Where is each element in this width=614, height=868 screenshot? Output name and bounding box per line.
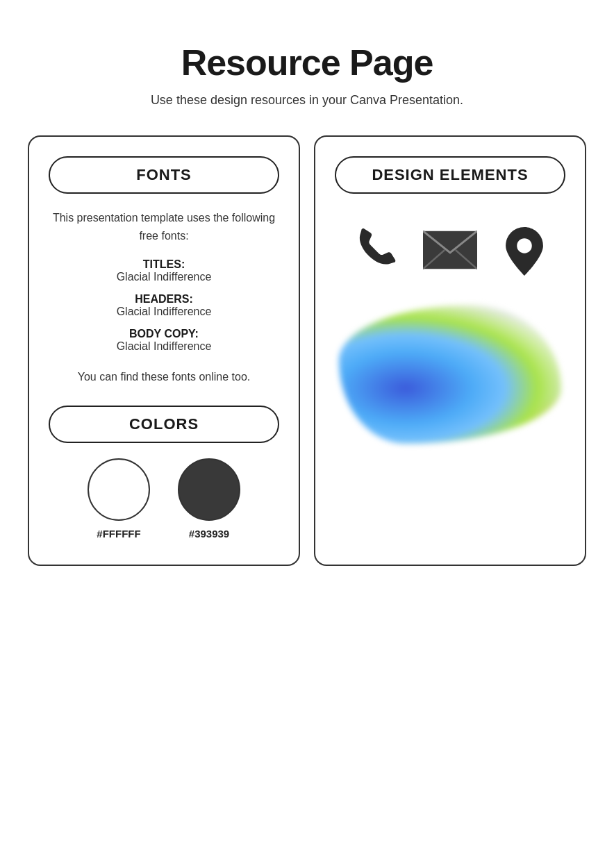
- swatch-white: #FFFFFF: [88, 458, 150, 540]
- font-category-titles: TITLES: Glacial Indifference: [117, 258, 212, 283]
- fonts-card: FONTS This presentation template uses th…: [28, 135, 300, 566]
- phone-icon: [354, 226, 397, 277]
- font-titles-label: TITLES:: [117, 258, 212, 271]
- fonts-intro-text: This presentation template uses the foll…: [49, 209, 279, 244]
- font-headers-name: Glacial Indifference: [117, 306, 212, 318]
- font-category-body: BODY COPY: Glacial Indifference: [117, 328, 212, 353]
- page-subtitle: Use these design resources in your Canva…: [151, 93, 463, 108]
- location-icon: [503, 227, 546, 276]
- swatch-dark-circle: [178, 458, 240, 521]
- fonts-section-label: FONTS: [49, 156, 279, 194]
- design-elements-card: DESIGN ELEMENTS: [314, 135, 586, 566]
- fonts-find-text: You can find these fonts online too.: [78, 368, 250, 386]
- two-column-layout: FONTS This presentation template uses th…: [28, 135, 586, 566]
- font-body-label: BODY COPY:: [117, 328, 212, 340]
- svg-point-3: [517, 238, 532, 253]
- design-elements-label: DESIGN ELEMENTS: [335, 156, 565, 194]
- color-swatches: #FFFFFF #393939: [49, 458, 279, 540]
- design-icons-row: [335, 226, 565, 277]
- blob-decoration: [335, 305, 565, 444]
- swatch-dark: #393939: [178, 458, 240, 540]
- font-category-headers: HEADERS: Glacial Indifference: [117, 293, 212, 318]
- swatch-dark-label: #393939: [189, 528, 229, 540]
- colors-section: COLORS #FFFFFF #393939: [49, 406, 279, 540]
- font-headers-label: HEADERS:: [117, 293, 212, 306]
- colors-section-label: COLORS: [49, 406, 279, 443]
- font-titles-name: Glacial Indifference: [117, 271, 212, 283]
- envelope-icon: [423, 230, 477, 273]
- swatch-white-circle: [88, 458, 150, 521]
- font-body-name: Glacial Indifference: [117, 340, 212, 353]
- page-title: Resource Page: [181, 42, 433, 83]
- colorful-blob: [339, 305, 561, 444]
- swatch-white-label: #FFFFFF: [97, 528, 140, 540]
